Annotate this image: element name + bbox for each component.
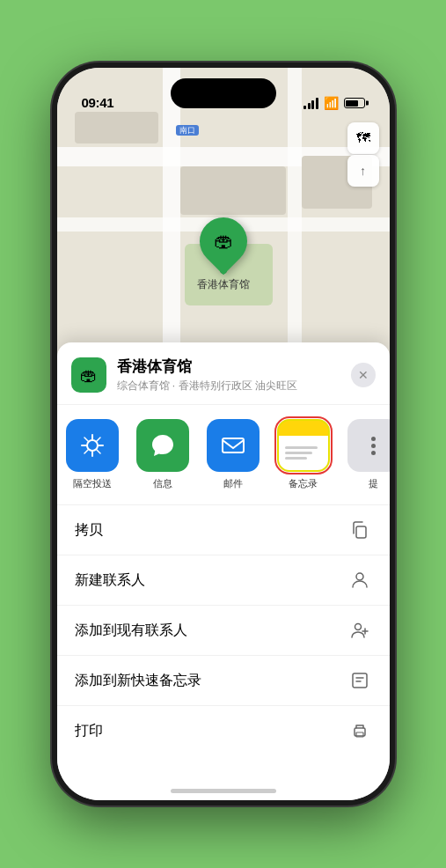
map-south-gate-label: 南口 [176, 124, 201, 136]
battery-icon [344, 98, 365, 108]
svg-point-4 [355, 624, 361, 630]
marker-label: 香港体育馆 [197, 277, 250, 292]
action-notes[interactable]: 备忘录 [268, 419, 339, 490]
phone-screen: 09:41 📶 [57, 68, 390, 800]
airdrop-icon [66, 419, 119, 472]
action-more[interactable]: 提 [339, 419, 390, 490]
place-header: 🏟 香港体育馆 综合体育馆 · 香港特别行政区 油尖旺区 ✕ [57, 342, 390, 405]
menu-item-add-notes[interactable]: 添加到新快速备忘录 [57, 656, 390, 706]
location-button[interactable]: ↑ [347, 155, 379, 187]
copy-label: 拷贝 [75, 521, 103, 540]
action-airdrop[interactable]: 隔空投送 [57, 419, 128, 490]
airdrop-label: 隔空投送 [73, 477, 112, 490]
action-mail[interactable]: 邮件 [198, 419, 268, 490]
status-time: 09:41 [82, 95, 114, 110]
svg-rect-2 [356, 526, 366, 538]
print-label: 打印 [75, 722, 103, 740]
phone-frame: 09:41 📶 [52, 63, 395, 805]
menu-item-copy[interactable]: 拷贝 [57, 505, 390, 555]
action-messages[interactable]: 信息 [128, 419, 198, 490]
marker-pin: 🏟 [189, 208, 256, 275]
person-add-icon [347, 618, 372, 643]
signal-bars-icon [303, 98, 318, 109]
notes-icon [277, 419, 330, 472]
location-marker: 🏟 香港体育馆 [197, 217, 250, 292]
svg-rect-1 [223, 438, 244, 452]
menu-item-new-contact[interactable]: 新建联系人 [57, 555, 390, 606]
home-indicator [171, 789, 276, 793]
place-name: 香港体育馆 [117, 357, 351, 377]
more-icon [347, 419, 390, 472]
south-gate-badge: 南口 [176, 125, 199, 136]
mail-icon [207, 419, 260, 472]
new-contact-label: 新建联系人 [75, 571, 145, 590]
close-button[interactable]: ✕ [351, 363, 376, 387]
actions-row: 隔空投送 信息 [57, 405, 390, 505]
menu-item-print[interactable]: 打印 [57, 706, 390, 755]
more-label: 提 [369, 477, 378, 490]
copy-icon [347, 518, 372, 542]
status-icons: 📶 [303, 96, 365, 110]
menu-item-add-existing[interactable]: 添加到现有联系人 [57, 606, 390, 656]
mail-label: 邮件 [223, 477, 243, 490]
place-info: 香港体育馆 综合体育馆 · 香港特别行政区 油尖旺区 [117, 357, 351, 394]
dynamic-island [171, 78, 276, 108]
notes-label: 备忘录 [289, 477, 318, 490]
place-subtitle: 综合体育馆 · 香港特别行政区 油尖旺区 [117, 379, 351, 394]
map-controls: 🗺 ↑ [347, 122, 379, 187]
svg-point-3 [356, 573, 363, 580]
svg-rect-5 [353, 673, 367, 688]
print-icon [347, 718, 372, 743]
svg-point-0 [87, 440, 98, 451]
person-icon [347, 568, 372, 592]
note-icon [347, 668, 372, 693]
place-icon: 🏟 [71, 357, 106, 393]
map-type-button[interactable]: 🗺 [347, 122, 379, 154]
menu-items: 拷贝 新建联系人 [57, 505, 390, 755]
add-notes-label: 添加到新快速备忘录 [75, 672, 201, 690]
add-existing-label: 添加到现有联系人 [75, 622, 187, 640]
messages-label: 信息 [153, 477, 172, 490]
bottom-sheet: 🏟 香港体育馆 综合体育馆 · 香港特别行政区 油尖旺区 ✕ [57, 342, 390, 800]
wifi-icon: 📶 [324, 96, 339, 110]
messages-icon [136, 419, 189, 472]
